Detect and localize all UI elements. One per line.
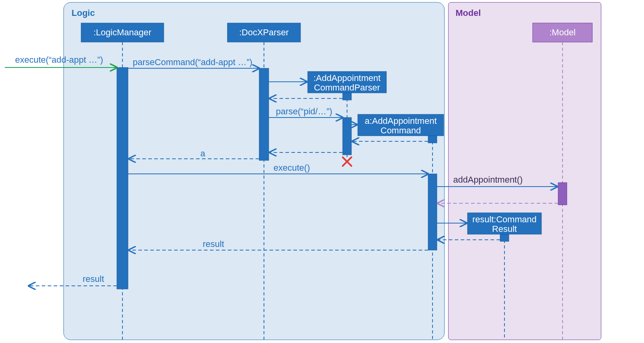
svg-text::DocXParser: :DocXParser: [239, 27, 289, 37]
activation-addappt-parser-parse: [343, 118, 351, 155]
frame-model: [448, 2, 601, 340]
frame-model-title: Model: [456, 8, 481, 18]
svg-text:a:AddAppointment: a:AddAppointment: [365, 116, 436, 126]
svg-text::LogicManager: :LogicManager: [93, 27, 151, 37]
msg-parse-label: parse(“pid/…”): [276, 106, 332, 116]
msg-return-result-lm-label: result: [203, 239, 224, 249]
msg-return-result-out-label: result: [83, 274, 104, 284]
frame-logic-title: Logic: [72, 8, 95, 18]
svg-text:CommandParser: CommandParser: [314, 83, 380, 92]
activation-addappt-parser-create: [343, 93, 351, 100]
lifeline-logic-manager: :LogicManager: [81, 23, 164, 42]
activation-logic-manager: [117, 67, 128, 289]
activation-cmdresult-create: [500, 234, 509, 241]
msg-parse-command-label: parseCommand(“add-appt …”): [133, 57, 252, 67]
svg-text::Model: :Model: [549, 27, 576, 37]
lifeline-command-result: result:Command Result: [467, 213, 541, 234]
svg-text:Command: Command: [380, 125, 421, 135]
msg-return-a-label: a: [200, 148, 206, 158]
svg-text:result:Command: result:Command: [472, 214, 536, 224]
activation-docx-parser: [259, 68, 269, 160]
activation-model: [558, 183, 567, 205]
lifeline-docx-parser: :DocXParser: [227, 23, 301, 42]
msg-entry-label: execute(“add-appt …”): [15, 55, 103, 65]
lifeline-addappt-parser: :AddAppointment CommandParser: [308, 71, 386, 93]
activation-addappt-cmd-execute: [428, 174, 437, 250]
svg-text:Result: Result: [492, 224, 517, 234]
msg-execute-label: execute(): [274, 163, 310, 173]
lifeline-addappt-command: a:AddAppointment Command: [358, 114, 444, 136]
svg-text::AddAppointment: :AddAppointment: [314, 73, 381, 83]
activation-addappt-cmd-create: [428, 136, 437, 143]
msg-add-appointment-label: addAppointment(): [453, 175, 523, 185]
lifeline-model: :Model: [533, 23, 592, 42]
